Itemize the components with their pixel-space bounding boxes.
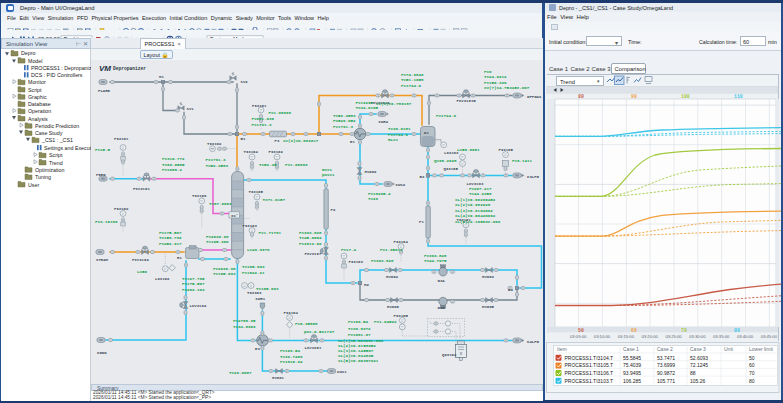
svg-text:72.1245: 72.1245: [690, 362, 708, 368]
svg-text:Trend: Trend: [49, 160, 63, 166]
svg-text:QI3105: QI3105: [444, 167, 459, 171]
svg-text:03:10:00: 03:10:00: [594, 334, 611, 339]
svg-text:55.5845: 55.5845: [623, 355, 641, 361]
svg-text:PI3103: PI3103: [243, 224, 258, 228]
svg-text:mv=1: mv=1: [322, 168, 333, 172]
svg-text:M2: M2: [364, 283, 369, 287]
svg-text:T=39.7489: T=39.7489: [280, 355, 303, 359]
svg-text:T=69.0505: T=69.0505: [162, 163, 185, 167]
svg-text:B1: B1: [241, 137, 246, 141]
svg-text:TI3105: TI3105: [249, 190, 264, 194]
svg-text:P=1081.97: P=1081.97: [348, 333, 371, 337]
svg-text:PI3104: PI3104: [394, 240, 409, 244]
svg-text:73.6999: 73.6999: [657, 362, 675, 368]
svg-text:C1’: C1’: [231, 214, 238, 218]
svg-text:T=52.3583: T=52.3583: [206, 164, 229, 168]
svg-text:P=1724.6: P=1724.6: [401, 84, 422, 88]
svg-text:PCV3101B: PCV3101B: [457, 99, 477, 103]
svg-text:HV005: HV005: [482, 305, 495, 309]
svg-text:XL(4)=0.00426092: XL(4)=0.00426092: [455, 214, 496, 218]
svg-text:100: 100: [681, 94, 690, 99]
svg-text:STEAM: STEAM: [96, 258, 109, 262]
svg-text:FI3103: FI3103: [349, 260, 364, 264]
svg-text:70: 70: [749, 370, 755, 376]
svg-text:pos=1: pos=1: [322, 173, 335, 177]
svg-text:HV002: HV002: [365, 170, 378, 174]
svg-text:OFFGAS: OFFGAS: [527, 95, 542, 99]
svg-text:P=1822.21: P=1822.21: [242, 271, 265, 275]
svg-text:DCS : PID Controllers: DCS : PID Controllers: [31, 72, 83, 78]
svg-text:P=1724.6: P=1724.6: [388, 133, 409, 137]
svg-text:XL(4)=0.834835: XL(4)=0.834835: [338, 354, 374, 358]
svg-text:Xv(2)=0.982617: Xv(2)=0.982617: [283, 139, 319, 143]
svg-text:P=1.68999: P=1.68999: [269, 111, 292, 115]
svg-text:T=71.6157: T=71.6157: [263, 198, 286, 202]
svg-text:F=2036.98: F=2036.98: [213, 267, 236, 271]
svg-text:G3A: G3A: [438, 279, 446, 283]
svg-text:53.7471: 53.7471: [657, 355, 675, 361]
svg-text:FI3102: FI3102: [114, 207, 129, 211]
svg-text:03:15:00: 03:15:00: [618, 334, 635, 339]
svg-text:FCV3101: FCV3101: [133, 187, 150, 191]
svg-text:106.285: 106.285: [623, 378, 641, 384]
svg-text:RL=1: RL=1: [388, 138, 399, 142]
svg-text:03:20:00: 03:20:00: [642, 334, 659, 339]
svg-text:F=601.036: F=601.036: [252, 117, 275, 121]
svg-text:F=9.1411: F=9.1411: [512, 159, 533, 163]
svg-text:Case Study: Case Study: [35, 130, 63, 136]
svg-text:C3LPG: C3LPG: [527, 175, 540, 179]
svg-text:_CS1 : _CS1: _CS1 : _CS1: [41, 137, 73, 143]
svg-text:TI3106: TI3106: [192, 194, 207, 198]
svg-text:T=52.3583: T=52.3583: [333, 114, 356, 118]
svg-text:F=526.052: F=526.052: [333, 119, 356, 123]
svg-text:F=393.828: F=393.828: [299, 231, 322, 235]
svg-text:TI3104: TI3104: [244, 150, 259, 154]
svg-text:XL(2)=0.0158952: XL(2)=0.0158952: [338, 344, 376, 348]
svg-text:Lower limit: Lower limit: [749, 346, 774, 352]
svg-text:User: User: [28, 182, 39, 188]
svg-text:93.9495: 93.9495: [623, 370, 641, 376]
svg-text:P3: P3: [275, 139, 280, 143]
svg-text:XL(3)=0.145597: XL(3)=0.145597: [338, 349, 374, 353]
svg-text:HV003: HV003: [482, 275, 495, 279]
svg-text:pos-0.521797: pos-0.521797: [304, 330, 335, 334]
svg-text:Depropanizer: Depropanizer: [113, 66, 146, 71]
svg-text:03:05:00: 03:05:00: [570, 334, 587, 339]
svg-text:P=1791.3: P=1791.3: [206, 158, 227, 162]
svg-text:P=1.64522: P=1.64522: [374, 320, 397, 324]
svg-text:LCV3301: LCV3301: [305, 346, 322, 350]
svg-text:XL(1)=5.00909e-009: XL(1)=5.00909e-009: [338, 339, 384, 343]
svg-text:L=50.0001: L=50.0001: [457, 148, 480, 152]
svg-text:F=2788.95: F=2788.95: [233, 319, 256, 323]
svg-text:XL(3)=0.0102062: XL(3)=0.0102062: [455, 209, 493, 213]
svg-text:T=105.093: T=105.093: [256, 287, 279, 291]
svg-text:PI3105: PI3105: [394, 314, 409, 318]
svg-text:F=3.16189: F=3.16189: [95, 220, 118, 224]
svg-text:03:45:00: 03:45:00: [761, 334, 778, 339]
svg-text:110: 110: [734, 94, 743, 99]
svg-text:T=52.35: T=52.35: [259, 163, 277, 167]
svg-text:T=156.736: T=156.736: [159, 236, 182, 240]
svg-text:FCV3107: FCV3107: [305, 252, 322, 256]
svg-text:105.26: 105.26: [690, 378, 706, 384]
svg-text:Unit: Unit: [724, 346, 734, 352]
svg-text:T=105.093: T=105.093: [213, 272, 236, 276]
svg-text:XL(2)=0.982628: XL(2)=0.982628: [455, 203, 491, 207]
svg-text:Case 3: Case 3: [690, 346, 706, 352]
svg-text:CWS1: CWS1: [337, 370, 347, 374]
svg-text:PROCESS1.TI3105.T: PROCESS1.TI3105.T: [565, 362, 614, 368]
svg-text:03:35:00: 03:35:00: [713, 334, 730, 339]
svg-text:P=252.917: P=252.917: [159, 242, 182, 246]
svg-text:PROCESS1.TI3103.T: PROCESS1.TI3103.T: [565, 378, 614, 384]
svg-text:B3: B3: [420, 175, 425, 179]
svg-text:F=6.35808: F=6.35808: [295, 322, 318, 326]
svg-text:T=24.0212: T=24.0212: [484, 75, 507, 79]
svg-text:P2: P2: [331, 208, 336, 212]
svg-text:F=316.772: F=316.772: [162, 157, 185, 161]
svg-text:PI3102: PI3102: [269, 150, 284, 154]
svg-text:TI3303: TI3303: [247, 291, 262, 295]
svg-text:LCV3102: LCV3102: [190, 304, 207, 308]
svg-text:XL(5)=2.16583e-009: XL(5)=2.16583e-009: [455, 220, 501, 224]
svg-text:F=2036.98: F=2036.98: [206, 235, 229, 239]
svg-text:B4: B4: [508, 288, 513, 292]
